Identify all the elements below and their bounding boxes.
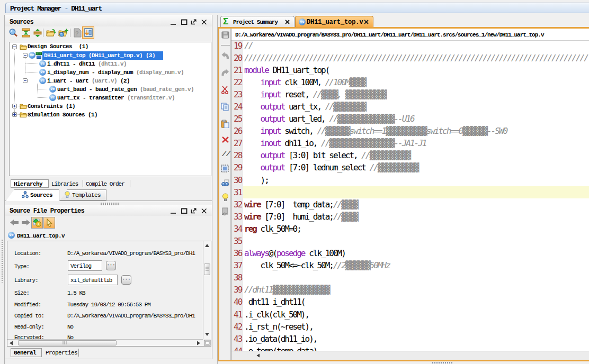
svg-text:?: ?	[75, 30, 79, 37]
